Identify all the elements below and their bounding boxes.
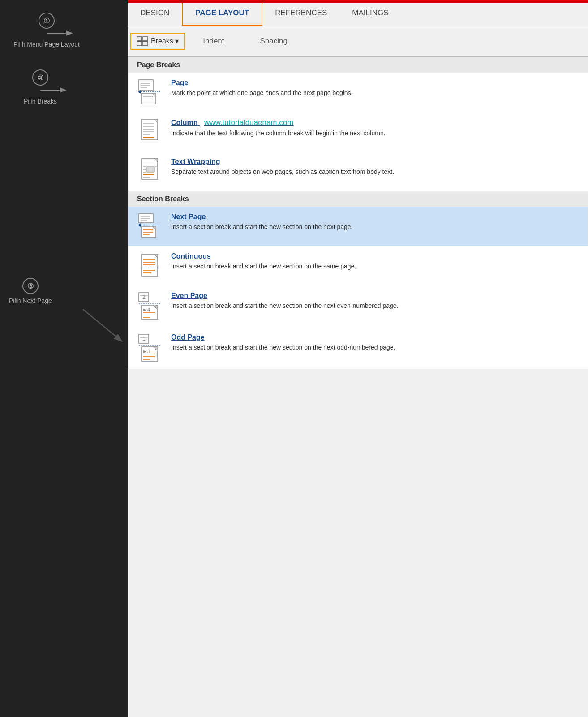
svg-rect-30 xyxy=(147,167,154,172)
step3-diagonal-arrow xyxy=(0,0,128,717)
text-wrapping-break-text: Text Wrapping Separate text around objec… xyxy=(171,158,579,177)
text-wrapping-break-item[interactable]: Text Wrapping Separate text around objec… xyxy=(128,151,588,191)
continuous-break-title: Continuous xyxy=(171,252,579,260)
svg-text:►4: ►4 xyxy=(142,307,150,312)
step3-label: Pilih Next Page xyxy=(9,297,52,306)
odd-page-break-item[interactable]: 1 ►3 Odd Page Insert a section b xyxy=(128,327,588,369)
continuous-break-text: Continuous Insert a section break and st… xyxy=(171,252,579,271)
svg-rect-37 xyxy=(139,214,153,223)
continuous-break-item[interactable]: Continuous Insert a section break and st… xyxy=(128,246,588,285)
step2-arrow xyxy=(13,86,67,95)
column-break-desc: Indicate that the text following the col… xyxy=(171,129,579,138)
odd-page-break-text: Odd Page Insert a section break and star… xyxy=(171,333,579,352)
step1-arrow xyxy=(20,29,73,38)
watermark: www.tutorialduaenam.com xyxy=(204,118,293,127)
text-wrapping-break-title: Text Wrapping xyxy=(171,158,579,166)
step3-circle: ③ xyxy=(22,278,39,294)
step1-annotation: ① Pilih Menu Page Layout xyxy=(13,13,80,49)
svg-text:►3: ►3 xyxy=(142,349,150,354)
step2-label: Pilih Breaks xyxy=(24,97,57,106)
tab-design[interactable]: DESIGN xyxy=(128,0,182,26)
page-break-item[interactable]: Page Mark the point at which one page en… xyxy=(128,73,588,112)
ribbon-toolbar: Breaks ▾ Indent Spacing xyxy=(128,26,588,56)
step2-circle: ② xyxy=(32,69,48,86)
svg-marker-47 xyxy=(138,223,141,227)
svg-rect-6 xyxy=(143,37,147,41)
step2-annotation: ② Pilih Breaks xyxy=(13,69,67,106)
tab-page-layout[interactable]: PAGE LAYOUT xyxy=(182,0,262,26)
svg-rect-7 xyxy=(143,42,147,46)
svg-text:1: 1 xyxy=(142,336,146,342)
ribbon-tab-bar: DESIGN PAGE LAYOUT REFERENCES MAILINGS xyxy=(128,0,588,26)
odd-page-break-title: Odd Page xyxy=(171,333,579,341)
tab-references[interactable]: REFERENCES xyxy=(262,0,339,26)
step3-annotation: ③ Pilih Next Page xyxy=(9,278,52,306)
page-break-title: Page xyxy=(171,79,579,87)
breaks-button[interactable]: Breaks ▾ xyxy=(130,33,185,50)
odd-page-break-icon: 1 ►3 xyxy=(137,333,163,363)
page-break-text: Page Mark the point at which one page en… xyxy=(171,79,579,98)
column-break-icon xyxy=(137,118,163,145)
column-break-item[interactable]: Column www.tutorialduaenam.com Indicate … xyxy=(128,112,588,151)
page-break-desc: Mark the point at which one page ends an… xyxy=(171,89,579,98)
even-page-break-icon: 2 ►4 xyxy=(137,292,163,321)
odd-page-break-desc: Insert a section break and start the new… xyxy=(171,343,579,352)
continuous-break-desc: Insert a section break and start the new… xyxy=(171,262,579,271)
even-page-break-item[interactable]: 2 ►4 Even Page Insert xyxy=(128,285,588,327)
page-break-icon xyxy=(137,79,163,106)
text-wrapping-break-icon xyxy=(137,158,163,185)
left-annotation-panel: ① Pilih Menu Page Layout ② Pilih Bre xyxy=(0,0,128,717)
breaks-dropdown: Page Breaks xyxy=(128,56,588,369)
next-page-break-desc: Insert a section break and start the new… xyxy=(171,223,579,232)
svg-text:2: 2 xyxy=(142,294,146,300)
svg-rect-9 xyxy=(139,80,153,91)
next-page-break-item[interactable]: Next Page Insert a section break and sta… xyxy=(128,207,588,246)
breaks-button-icon xyxy=(137,36,148,46)
page-breaks-header: Page Breaks xyxy=(128,57,588,73)
next-page-break-icon xyxy=(137,213,163,240)
svg-rect-3 xyxy=(137,37,142,41)
tab-mailings[interactable]: MAILINGS xyxy=(339,0,401,26)
main-content-area: DESIGN PAGE LAYOUT REFERENCES MAILINGS B… xyxy=(128,0,588,717)
spacing-label: Spacing xyxy=(242,37,305,46)
step1-circle: ① xyxy=(39,13,55,29)
step1-label: Pilih Menu Page Layout xyxy=(13,40,80,49)
column-break-text: Column www.tutorialduaenam.com Indicate … xyxy=(171,118,579,138)
even-page-break-text: Even Page Insert a section break and sta… xyxy=(171,292,579,311)
even-page-break-desc: Insert a section break and start the new… xyxy=(171,302,579,311)
column-break-title: Column www.tutorialduaenam.com xyxy=(171,118,579,127)
next-page-break-title: Next Page xyxy=(171,213,579,221)
next-page-break-text: Next Page Insert a section break and sta… xyxy=(171,213,579,232)
section-breaks-header: Section Breaks xyxy=(128,191,588,207)
text-wrapping-break-desc: Separate text around objects on web page… xyxy=(171,168,579,177)
continuous-break-icon xyxy=(137,252,163,279)
indent-label: Indent xyxy=(185,37,242,46)
even-page-break-title: Even Page xyxy=(171,292,579,300)
svg-rect-4 xyxy=(137,42,142,46)
top-accent-bar xyxy=(128,0,588,3)
svg-line-2 xyxy=(83,309,121,341)
